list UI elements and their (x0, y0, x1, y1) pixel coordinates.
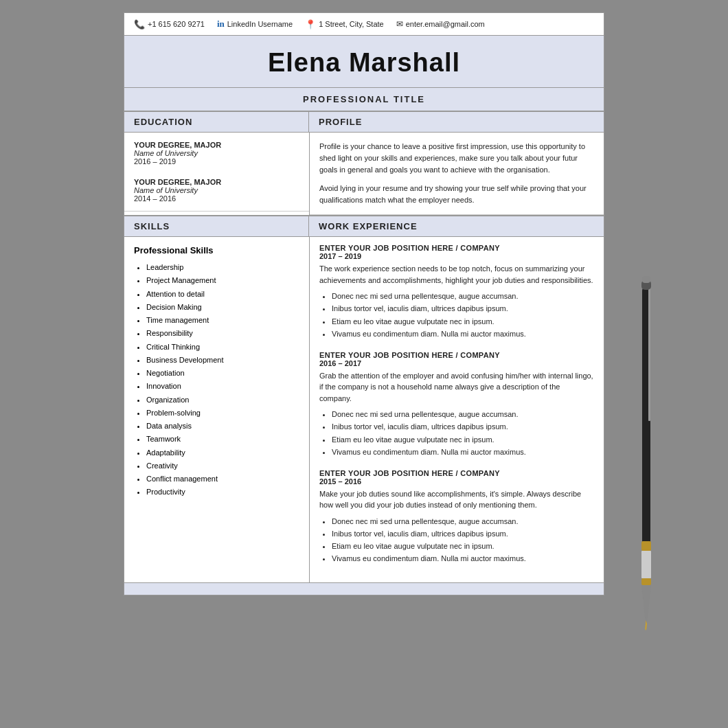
list-item: Conflict management (146, 473, 299, 486)
edu-degree-2: YOUR DEGREE, MAJOR (134, 178, 299, 186)
professional-skills-title: Professional Skills (134, 245, 299, 255)
edu-university-1: Name of University (134, 149, 299, 157)
phone-icon: 📞 (134, 19, 145, 30)
skills-column: Professional Skills LeadershipProject Ma… (124, 237, 310, 582)
list-item: Vivamus eu condimentum diam. Nulla mi au… (332, 446, 594, 458)
list-item: Vivamus eu condimentum diam. Nulla mi au… (332, 552, 594, 565)
list-item: Teamwork (146, 433, 299, 446)
list-item: Creativity (146, 459, 299, 473)
job-desc-1: The work experience section needs to be … (319, 263, 594, 286)
list-item: Etiam eu leo vitae augue vulputate nec i… (332, 433, 594, 446)
svg-rect-4 (641, 578, 651, 585)
list-item: Adaptability (146, 446, 299, 459)
job-year-3: 2015 – 2016 (319, 477, 594, 486)
profile-para-2: Avoid lying in your resume and try showi… (319, 183, 594, 206)
job-entry-2: ENTER YOUR JOB POSITION HERE / COMPANY20… (319, 351, 594, 458)
edu-entry-2: YOUR DEGREE, MAJOR Name of University 20… (134, 178, 299, 203)
section-headers-row1: EDUCATION PROFILE (124, 111, 604, 133)
edu-university-2: Name of University (134, 186, 299, 194)
email-text: enter.email@gmail.com (406, 20, 485, 28)
list-item: Responsibility (146, 327, 299, 340)
svg-rect-2 (641, 541, 651, 551)
list-item: Negotiation (146, 367, 299, 380)
list-item: Attention to detail (146, 288, 299, 301)
job-entry-3: ENTER YOUR JOB POSITION HERE / COMPANY20… (319, 469, 594, 565)
email-icon: ✉ (396, 19, 403, 29)
linkedin-icon: in (217, 19, 225, 30)
phone-contact: 📞 +1 615 620 9271 (134, 19, 205, 30)
work-experience-column: ENTER YOUR JOB POSITION HERE / COMPANY20… (310, 237, 604, 582)
education-profile-row: YOUR DEGREE, MAJOR Name of University 20… (124, 133, 604, 216)
skills-list: LeadershipProject ManagementAttention to… (134, 261, 299, 499)
job-desc-2: Grab the attention of the employer and a… (319, 370, 594, 405)
pen-decoration (632, 273, 659, 630)
job-entry-1: ENTER YOUR JOB POSITION HERE / COMPANY20… (319, 244, 594, 340)
profile-block: Profile is your chance to leave a positi… (310, 133, 604, 215)
email-contact: ✉ enter.email@gmail.com (396, 19, 485, 29)
list-item: Project Management (146, 274, 299, 287)
list-item: Critical Thinking (146, 341, 299, 354)
job-year-2: 2016 – 2017 (319, 359, 594, 367)
job-bullets-1: Donec nec mi sed urna pellentesque, augu… (319, 290, 594, 340)
svg-rect-8 (642, 276, 650, 283)
job-bullets-3: Donec nec mi sed urna pellentesque, augu… (319, 515, 594, 565)
full-name: Elena Marshall (131, 48, 597, 78)
contact-bar: 📞 +1 615 620 9271 in LinkedIn Username 📍… (124, 12, 604, 36)
edu-entry-1: YOUR DEGREE, MAJOR Name of University 20… (134, 141, 299, 166)
list-item: Decision Making (146, 301, 299, 314)
job-desc-3: Make your job duties sound like accompli… (319, 488, 594, 511)
linkedin-contact: in LinkedIn Username (217, 19, 293, 30)
list-item: Innovation (146, 380, 299, 393)
list-item: Productivity (146, 486, 299, 499)
professional-title: PROFESSIONAL TITLE (303, 94, 425, 104)
education-header: EDUCATION (124, 111, 309, 133)
list-item: Donec nec mi sed urna pellentesque, augu… (332, 408, 594, 420)
address-contact: 📍 1 Street, City, State (305, 19, 384, 30)
job-title-1: ENTER YOUR JOB POSITION HERE / COMPANY (319, 244, 594, 252)
list-item: Problem-solving (146, 407, 299, 420)
work-block: ENTER YOUR JOB POSITION HERE / COMPANY20… (310, 237, 604, 582)
bottom-bar (124, 583, 604, 595)
list-item: Inibus tortor vel, iaculis diam, ultrice… (332, 420, 594, 433)
list-item: Organization (146, 394, 299, 407)
list-item: Etiam eu leo vitae augue vulputate nec i… (332, 540, 594, 552)
phone-number: +1 615 620 9271 (148, 20, 205, 28)
job-title-2: ENTER YOUR JOB POSITION HERE / COMPANY (319, 351, 594, 359)
profile-para-1: Profile is your chance to leave a positi… (319, 141, 594, 176)
job-title-3: ENTER YOUR JOB POSITION HERE / COMPANY (319, 469, 594, 477)
job-year-1: 2017 – 2019 (319, 252, 594, 260)
svg-marker-5 (641, 585, 651, 624)
location-icon: 📍 (305, 19, 316, 30)
skills-header: SKILLS (124, 216, 309, 237)
edu-degree-1: YOUR DEGREE, MAJOR (134, 141, 299, 149)
linkedin-username: LinkedIn Username (227, 20, 293, 28)
list-item: Etiam eu leo vitae augue vulputate nec i… (332, 315, 594, 328)
list-item: Time management (146, 314, 299, 327)
profile-header: PROFILE (309, 111, 604, 133)
edu-year-2: 2014 – 2016 (134, 194, 299, 203)
skills-block: Professional Skills LeadershipProject Ma… (124, 237, 309, 508)
work-experience-header: WORK EXPERIENCE (309, 216, 604, 237)
section-headers-row2: SKILLS WORK EXPERIENCE (124, 216, 604, 237)
resume-document: 📞 +1 615 620 9271 in LinkedIn Username 📍… (124, 12, 604, 595)
list-item: Data analysis (146, 420, 299, 433)
svg-rect-1 (648, 284, 650, 421)
skills-work-row: Professional Skills LeadershipProject Ma… (124, 237, 604, 583)
list-item: Vivamus eu condimentum diam. Nulla mi au… (332, 328, 594, 340)
professional-title-section: PROFESSIONAL TITLE (124, 88, 604, 111)
svg-rect-3 (641, 551, 651, 578)
list-item: Donec nec mi sed urna pellentesque, augu… (332, 290, 594, 302)
edu-year-1: 2016 – 2019 (134, 157, 299, 166)
education-column: YOUR DEGREE, MAJOR Name of University 20… (124, 133, 310, 215)
name-section: Elena Marshall (124, 36, 604, 88)
list-item: Inibus tortor vel, iaculis diam, ultrice… (332, 527, 594, 540)
job-bullets-2: Donec nec mi sed urna pellentesque, augu… (319, 408, 594, 458)
list-item: Inibus tortor vel, iaculis diam, ultrice… (332, 302, 594, 315)
list-item: Leadership (146, 261, 299, 274)
education-block: YOUR DEGREE, MAJOR Name of University 20… (124, 133, 309, 212)
address-text: 1 Street, City, State (319, 20, 384, 28)
profile-column: Profile is your chance to leave a positi… (310, 133, 604, 215)
list-item: Business Development (146, 354, 299, 367)
list-item: Donec nec mi sed urna pellentesque, augu… (332, 515, 594, 527)
